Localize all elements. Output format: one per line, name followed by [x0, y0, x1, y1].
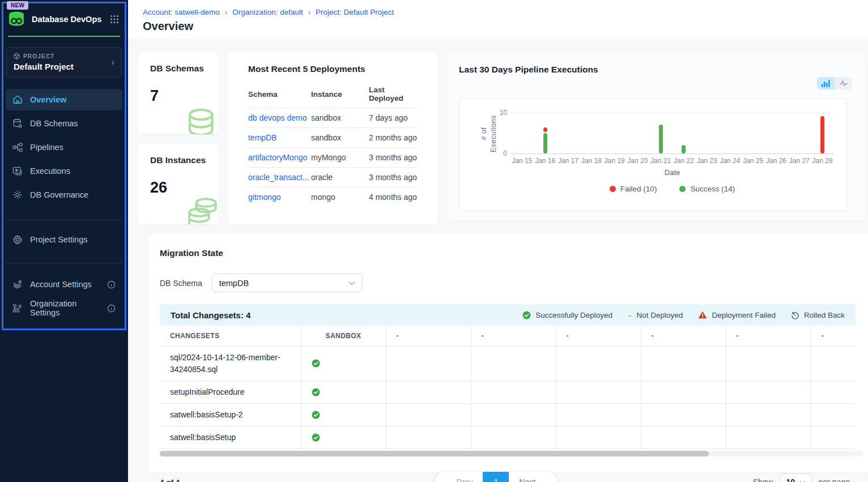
sidebar-item-project-settings[interactable]: Project Settings [6, 229, 122, 250]
instance-cell: myMongo [311, 148, 369, 168]
legend-label: Success (14) [690, 185, 735, 193]
new-badge: NEW [7, 1, 28, 10]
table-row: satwell:basisSetup [160, 426, 856, 449]
layers-gear-icon [12, 280, 23, 289]
breadcrumb-organization-link[interactable]: Organization: default [232, 8, 303, 16]
sidebar-item-label: Overview [30, 95, 67, 104]
db-schemas-stat-card: DB Schemas 7 [138, 52, 219, 134]
breadcrumb-account-link[interactable]: Account: satwell-demo [143, 8, 220, 16]
schema-link[interactable]: db devops demo [248, 113, 307, 122]
pipeline-executions-card: Last 30 Days Pipeline Executions [448, 52, 866, 221]
empty-status-cell [726, 381, 811, 403]
chart-bar-column [765, 99, 788, 153]
x-axis-title: Date [510, 168, 834, 177]
x-tick-label: Jan 17 [557, 157, 580, 165]
page-size-select[interactable]: 10 [780, 474, 812, 482]
pagination: 4 of 4 ← Prev 1 Next → [160, 472, 856, 482]
stat-value: 26 [150, 179, 219, 197]
breadcrumb: Account: satwell-demo › Organization: de… [143, 8, 868, 16]
legend-item-failed: Failed (10) [610, 185, 657, 193]
chart-title: Last 30 Days Pipeline Executions [459, 65, 853, 75]
migration-title: Migration State [160, 248, 856, 258]
page-header: Account: satwell-demo › Organization: de… [128, 0, 868, 40]
column-header: Last Deployed [369, 80, 418, 108]
success-icon [312, 388, 320, 396]
legend-deployment-failed: Deployment Failed [698, 311, 776, 319]
legend-label: Successfully Deployed [535, 311, 612, 319]
last-deployed-cell: 7 days ago [369, 108, 418, 128]
home-icon [12, 95, 23, 105]
success-icon [312, 411, 320, 419]
empty-status-cell [471, 346, 556, 381]
sidebar-item-organization-settings[interactable]: Organization Settings [6, 297, 122, 319]
sidebar-item-pipelines[interactable]: Pipelines [6, 137, 122, 158]
sidebar-item-label: Organization Settings [30, 299, 100, 317]
db-schema-label: DB Schema [160, 279, 202, 288]
legend-successfully-deployed: Successfully Deployed [522, 311, 612, 319]
sandbox-status-cell [301, 403, 386, 426]
content: DB Schemas 7 DB Instances 26 [128, 40, 868, 482]
project-selector[interactable]: PROJECT Default Project › [6, 47, 122, 78]
failed-bar [543, 127, 547, 131]
schema-link[interactable]: artifactoryMongo [248, 153, 307, 162]
sidebar-item-label: Executions [30, 167, 70, 176]
line-chart-toggle-button[interactable] [835, 77, 852, 89]
app-logo-database-icon [7, 10, 26, 28]
empty-status-cell [641, 381, 726, 403]
per-page-label: per page [819, 477, 850, 482]
breadcrumb-project-link[interactable]: Project: Default Project [316, 8, 394, 16]
gear-icon [12, 190, 23, 200]
prev-page-button[interactable]: ← Prev [435, 477, 483, 482]
database-gear-icon [12, 118, 23, 129]
sidebar-item-db-governance[interactable]: DB Governance [6, 184, 122, 206]
table-row: db devops demo sandbox 7 days ago [248, 108, 418, 128]
sidebar: NEW Database DevOps [0, 0, 128, 482]
horizontal-scrollbar[interactable] [160, 451, 863, 457]
success-bar [682, 145, 686, 153]
y-tick-label: 10 [495, 109, 507, 117]
empty-status-cell [386, 426, 471, 449]
info-icon[interactable] [107, 280, 116, 289]
column-header: Instance [311, 80, 369, 108]
chart-legend: Failed (10) Success (14) [510, 185, 834, 193]
scrollbar-thumb[interactable] [160, 451, 709, 457]
sidebar-item-label: DB Schemas [30, 119, 78, 128]
app-title: Database DevOps [32, 15, 101, 24]
apps-grid-icon[interactable] [110, 15, 119, 24]
x-tick-label: Jan 23 [695, 157, 718, 165]
page-number-button[interactable]: 1 [483, 472, 509, 482]
total-changesets-bar: Total Changesets: 4 Successfully Deploye… [160, 304, 856, 326]
empty-status-cell [811, 403, 856, 426]
sidebar-item-overview[interactable]: Overview [6, 89, 122, 110]
success-icon [312, 433, 320, 442]
sidebar-item-account-settings[interactable]: Account Settings [6, 274, 122, 295]
column-header-changesets: CHANGESETS [160, 326, 301, 346]
success-icon [312, 359, 320, 368]
table-row: gitmongo mongo 4 months ago [248, 187, 418, 207]
db-schema-select[interactable]: tempDB [212, 274, 363, 292]
legend-label: Not Deployed [637, 311, 683, 319]
page-size-value: 10 [786, 477, 795, 482]
next-page-button[interactable]: Next → [509, 477, 558, 482]
info-icon[interactable] [107, 304, 116, 313]
schema-link[interactable]: oracle_transact... [248, 173, 309, 182]
chart-bar-column [788, 99, 811, 153]
table-row: artifactoryMongo myMongo 3 months ago [248, 148, 418, 168]
x-tick-label: Jan 26 [765, 157, 788, 165]
dash-icon: – [628, 311, 632, 319]
legend-item-success: Success (14) [679, 185, 735, 193]
x-tick-label: Jan 28 [811, 157, 834, 165]
bar-chart-toggle-button[interactable] [817, 77, 835, 89]
sidebar-item-executions[interactable]: Executions [6, 160, 122, 182]
column-header-dash: - [726, 326, 811, 346]
sidebar-item-label: Account Settings [30, 280, 92, 289]
schema-link[interactable]: gitmongo [248, 193, 281, 202]
changeset-state-legend: Successfully Deployed – Not Deployed Dep… [522, 311, 845, 319]
db-instances-stat-card: DB Instances 26 [138, 144, 219, 224]
empty-status-cell [556, 381, 641, 403]
sidebar-item-db-schemas[interactable]: DB Schemas [6, 113, 122, 134]
schema-link[interactable]: tempDB [248, 133, 277, 142]
x-tick-label: Jan 15 [510, 157, 534, 165]
empty-status-cell [556, 403, 641, 426]
chart-type-toggle [817, 77, 852, 89]
